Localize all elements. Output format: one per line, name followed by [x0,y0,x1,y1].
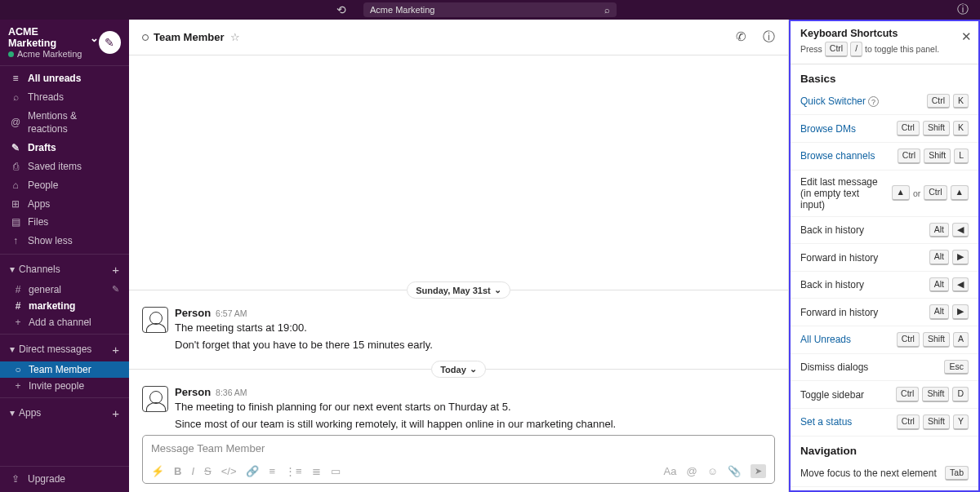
presence-icon [142,34,149,41]
dm-team-member[interactable]: ○Team Member [0,361,129,378]
shortcut-label[interactable]: Set a status [800,416,890,428]
key: Ctrl [897,121,920,136]
codeblock-icon[interactable]: ▭ [331,465,341,477]
shortcut-label: Edit last message (in empty text input) [800,176,885,211]
date-divider[interactable]: Today ⌄ [431,361,486,378]
workspace-switcher[interactable]: ACME Marketing⌄ [8,26,99,49]
chevron-down-icon: ⌄ [494,285,501,295]
key: Alt [929,250,949,265]
nav-mentions-&-reactions[interactable]: @Mentions & reactions [0,107,129,140]
italic-icon[interactable]: I [191,465,194,477]
nav-threads[interactable]: ⌕Threads [0,88,129,107]
bold-icon[interactable]: B [174,465,181,477]
shortcut-label: Back in history [800,224,923,236]
key: Ctrl [897,414,920,430]
call-icon[interactable]: ✆ [736,29,746,45]
help-icon[interactable]: ? [868,96,879,107]
shortcut-label: Forward in history [800,252,923,264]
shortcuts-panel: Keyboard Shortcuts Press Ctrl / to toggl… [789,20,980,492]
shortcut-row: Forward in historyAlt▶ [791,244,978,272]
shortcut-label: Forward in history [800,307,923,318]
key: K [953,121,969,136]
key: Ctrl [924,185,947,201]
key: Tab [945,466,969,481]
emoji-icon[interactable]: ☺ [707,465,718,477]
channel-general[interactable]: #general✎ [0,281,129,298]
apps-header[interactable]: ▾Apps + [0,401,129,425]
shortcut-row: Dismiss dialogsEsc [791,354,978,382]
key: ▲ [951,185,969,201]
upgrade-button[interactable]: ⇪ Upgrade [0,470,129,489]
key: Shift [923,121,950,136]
message-author[interactable]: Person [175,386,211,398]
star-icon[interactable]: ☆ [230,31,240,43]
ol-icon[interactable]: ≡ [269,465,275,477]
nav-all-unreads[interactable]: ≡All unreads [0,69,129,88]
lightning-icon[interactable]: ⚡ [151,465,164,477]
compose-button[interactable]: ✎ [99,31,121,54]
nav-drafts[interactable]: ✎Drafts [0,139,129,157]
channel-marketing[interactable]: #marketing [0,298,129,314]
search-input[interactable]: Acme Marketing ⌕ [363,2,617,17]
caret-icon: ▾ [10,407,15,419]
avatar[interactable] [142,307,168,333]
date-divider[interactable]: Sunday, May 31st ⌄ [407,281,510,299]
key: Y [953,414,969,430]
dms-header[interactable]: ▾Direct messages + [0,338,129,361]
key: Shift [923,414,950,430]
shortcut-label[interactable]: Browse channels [800,150,891,162]
mention-icon[interactable]: @ [687,465,697,477]
send-button[interactable]: ➤ [751,464,766,478]
message-input[interactable]: Message Team Member [143,436,774,461]
pencil-icon[interactable]: ✎ [112,284,119,295]
message-composer[interactable]: Message Team Member ⚡ B I S </> 🔗 ≡ ⋮≡ ≣… [142,435,775,484]
chevron-down-icon: ⌄ [470,364,477,375]
avatar[interactable] [142,386,168,412]
key: ◀ [952,277,969,293]
key: Alt [929,304,949,320]
nav-show-less[interactable]: ↑Show less [0,232,129,250]
format-icon[interactable]: Aa [664,465,677,477]
shortcut-row: Back in historyAlt◀ [791,272,978,299]
message-time: 6:57 AM [216,308,247,318]
key: Shift [923,332,950,348]
message: Person8:36 AMThe meeting to finish plann… [129,383,788,435]
history-icon[interactable]: ⟲ [336,3,346,16]
attach-icon[interactable]: 📎 [728,465,741,477]
channels-header[interactable]: ▾Channels + [0,258,129,281]
key: Shift [922,387,949,402]
message: Person6:57 AMThe meeting starts at 19:00… [129,304,788,356]
key: ◀ [952,223,969,238]
help-icon[interactable]: ⓘ [957,2,969,17]
dm-invite-people[interactable]: +Invite people [0,378,129,394]
add-dm-icon[interactable]: + [112,343,119,357]
search-icon: ⌕ [604,5,610,15]
key: Ctrl [898,148,920,164]
chat-title[interactable]: Team Member [142,31,224,43]
nav-people[interactable]: ⌂People [0,176,129,195]
quote-icon[interactable]: ≣ [312,465,321,477]
key: Ctrl [927,94,950,109]
nav-saved-items[interactable]: ⎙Saved items [0,157,129,176]
message-author[interactable]: Person [175,307,211,319]
shortcut-row: Edit last message (in empty text input)▲… [791,171,978,217]
nav-apps[interactable]: ⊞Apps [0,195,129,214]
shortcut-row: Quick Switcher?CtrlK [791,88,978,116]
key: Shift [924,148,951,164]
key: ▶ [952,304,969,320]
close-icon[interactable]: ✕ [961,29,972,44]
shortcut-row: Browse channelsCtrlShiftL [791,143,978,171]
channel-add-a-channel[interactable]: +Add a channel [0,314,129,330]
strike-icon[interactable]: S [204,465,212,477]
ul-icon[interactable]: ⋮≡ [285,465,302,477]
info-icon[interactable]: ⓘ [763,29,775,45]
link-icon[interactable]: 🔗 [246,465,259,477]
add-channel-icon[interactable]: + [112,263,119,277]
shortcut-label[interactable]: All Unreads [800,334,890,345]
nav-files[interactable]: ▤Files [0,213,129,232]
key: ▶ [952,250,969,265]
shortcut-label[interactable]: Browse DMs [800,123,890,135]
add-app-icon[interactable]: + [112,406,119,420]
code-icon[interactable]: </> [221,465,237,477]
shortcut-label[interactable]: Quick Switcher? [800,95,920,108]
